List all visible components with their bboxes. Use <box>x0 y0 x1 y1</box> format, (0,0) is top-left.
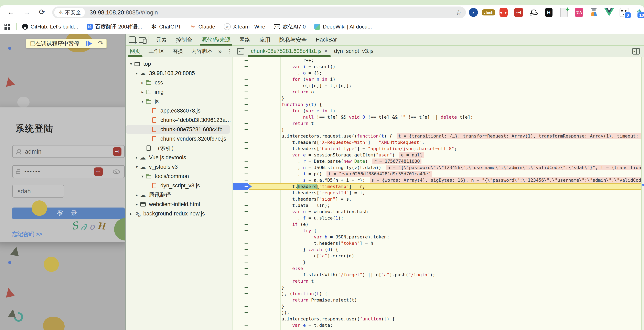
login-button[interactable]: 登 录 <box>12 207 125 219</box>
line-gutter[interactable] <box>233 108 249 114</box>
back-button[interactable]: ← <box>6 8 16 16</box>
apps-grid-icon[interactable] <box>4 24 10 30</box>
tree-item-腾讯翻译[interactable]: ▸☁腾讯翻译 <box>126 190 232 200</box>
tree-item-chunk-vendors.32c0f97e.js[interactable]: chunk-vendors.32c0f97e.js <box>126 134 232 144</box>
code-line[interactable]: , f = u.slice(1); <box>233 215 644 221</box>
tree-item-v_jstools v3[interactable]: ▾☁v_jstools v3 <box>126 162 232 171</box>
bookmark-item[interactable]: ✻ChatGPT <box>150 24 181 30</box>
tree-item-js[interactable]: ▾js <box>126 97 232 106</box>
line-gutter[interactable] <box>233 63 249 70</box>
code-line[interactable]: t.headers["token"] = h <box>233 240 644 246</box>
line-gutter[interactable] <box>233 322 249 328</box>
code-line[interactable]: u.interceptors.response.use((function(t)… <box>233 316 644 322</box>
show-password-icon[interactable] <box>113 169 120 174</box>
code-line[interactable]: , s = a.a.MD5(n + i + r);s = {words: Arr… <box>233 177 644 183</box>
step-over-button[interactable]: ↷ <box>95 39 106 48</box>
line-gutter[interactable] <box>233 190 249 196</box>
forward-button[interactable]: → <box>22 8 32 16</box>
line-gutter[interactable] <box>233 152 249 158</box>
line-gutter[interactable] <box>233 127 249 133</box>
line-gutter[interactable] <box>233 291 249 297</box>
code-line[interactable]: null !== t[e] && void 0 !== t[e] && "" !… <box>233 114 644 120</box>
line-gutter[interactable] <box>233 70 249 76</box>
code-line[interactable]: return t <box>233 120 644 127</box>
code-line[interactable]: c["a"].error(d) <box>233 253 644 259</box>
paused-code-line[interactable]: t.headers["timestamp"] = r, <box>233 183 644 190</box>
line-gutter[interactable] <box>233 183 249 190</box>
sources-tab-内容脚本[interactable]: 内容脚本 <box>187 46 217 57</box>
code-line[interactable]: t.headers["sign"] = s, <box>233 196 644 202</box>
code-line[interactable]: t.headers["Content-Type"] = "application… <box>233 146 644 152</box>
extension-hat-icon[interactable] <box>529 8 538 17</box>
code-line[interactable]: } <box>233 259 644 265</box>
code-line[interactable]: , i = p()i = "eacc0256df386d4281d9c35d70… <box>233 171 644 177</box>
bookmark-item[interactable]: DeepWiki | AI docu... <box>314 24 372 30</box>
code-line[interactable]: for (var e in t) <box>233 108 644 114</box>
code-line[interactable]: var i = e.sort() <box>233 63 644 70</box>
line-gutter[interactable] <box>233 158 249 165</box>
tree-item-chunk-08e75281.608c4fb1.js[interactable]: chunk-08e75281.608c4fb1.js <box>126 125 230 134</box>
devtools-tab-控制台[interactable]: 控制台 <box>172 34 197 46</box>
sources-tab-网页[interactable]: 网页 <box>126 46 144 57</box>
tree-item-（索引）[interactable]: （索引） <box>126 144 232 153</box>
extension-snow-icon[interactable]: ❄10 <box>635 8 644 17</box>
extension-fileplus-icon[interactable] <box>559 8 568 17</box>
extension-detective-icon[interactable] <box>590 8 599 17</box>
code-line[interactable]: f.startsWith("/forget") || o["a"].push("… <box>233 272 644 278</box>
line-gutter[interactable] <box>233 101 249 108</box>
code-line[interactable]: return t <box>233 278 644 284</box>
close-tab-icon[interactable]: × <box>324 48 328 54</box>
line-gutter[interactable] <box>233 259 249 265</box>
code-line[interactable]: for (var n in i) <box>233 76 644 82</box>
code-line[interactable]: return o <box>233 89 644 95</box>
line-gutter[interactable] <box>233 278 249 284</box>
line-gutter[interactable] <box>233 76 249 82</box>
code-line[interactable]: } <box>233 95 644 101</box>
line-gutter[interactable] <box>233 234 249 240</box>
line-gutter[interactable] <box>233 297 249 303</box>
code-line[interactable]: var e = sessionStorage.getItem("user")e … <box>233 152 644 158</box>
tree-item-tools/common[interactable]: ▾tools/common <box>126 171 232 181</box>
line-gutter[interactable] <box>233 120 249 127</box>
overflow-chevron-icon[interactable]: » <box>218 48 222 55</box>
resume-script-button[interactable] <box>83 39 95 48</box>
extension-lastpass-icon[interactable]: •••| <box>514 8 523 17</box>
toggle-debugger-sidebar-icon[interactable]: ▸ <box>632 48 640 54</box>
bookmark-item[interactable]: GitHub: Let's build... <box>22 24 78 30</box>
line-gutter[interactable] <box>233 253 249 259</box>
code-line[interactable]: } <box>233 303 644 310</box>
code-line[interactable]: , r = Date.parse(new Date)r = 1756774811… <box>233 158 644 165</box>
line-gutter[interactable] <box>233 215 249 221</box>
line-gutter[interactable] <box>233 133 249 139</box>
bookmark-item[interactable]: 欧亿AI7.0 <box>274 23 306 30</box>
extension-panda-icon[interactable]: 0 <box>620 8 629 17</box>
code-line[interactable]: return Promise.reject(t) <box>233 297 644 303</box>
more-options-icon[interactable]: ⋮ <box>227 48 232 54</box>
device-toolbar-icon[interactable] <box>139 36 146 43</box>
tree-item-css[interactable]: ▸css <box>126 78 232 87</box>
code-line[interactable]: o[i[n]] = t[i[n]]; <box>233 82 644 89</box>
extension-clash-icon[interactable]: clash <box>484 8 493 17</box>
line-gutter[interactable] <box>233 328 249 330</box>
code-line[interactable]: } <box>233 284 644 291</box>
code-line[interactable]: )), <box>233 310 644 316</box>
line-gutter[interactable] <box>233 171 249 177</box>
editor-tab[interactable]: dyn_script_v3.js <box>331 46 377 57</box>
code-line[interactable]: t.data = l(n); <box>233 202 644 208</box>
code-line[interactable]: if (e) <box>233 221 644 227</box>
url-bar[interactable]: ⚠ 不安全 39.98.108.20:8085/#/login ☆ <box>52 6 466 18</box>
line-gutter[interactable] <box>233 196 249 202</box>
code-line[interactable]: var u = window.location.hash <box>233 208 644 215</box>
line-gutter[interactable] <box>233 82 249 89</box>
tree-item-img[interactable]: ▸img <box>126 87 232 97</box>
reload-button[interactable]: ⟳ <box>37 8 47 16</box>
line-gutter[interactable] <box>233 303 249 310</box>
line-gutter[interactable] <box>233 265 249 272</box>
editor-tab[interactable]: chunk-08e75281.608c4fb1.js× <box>248 46 331 57</box>
tree-item-background-redux-new.js[interactable]: ▸⚙⚙background-redux-new.js <box>126 209 232 218</box>
username-field[interactable]: admin •••| <box>12 145 125 158</box>
forgot-password-link[interactable]: 忘记密码 >> <box>12 230 42 238</box>
code-line[interactable]: } catch (d) { <box>233 246 644 253</box>
password-manager-icon[interactable]: •••| <box>113 147 122 156</box>
password-manager-icon[interactable]: •••| <box>94 167 103 176</box>
